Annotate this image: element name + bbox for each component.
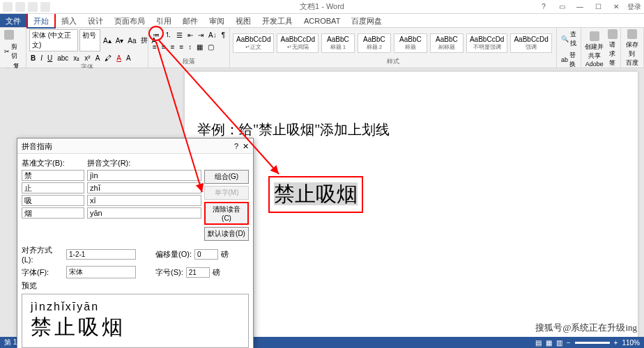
style-item-0[interactable]: AaBbCcDd↵正文 [233,33,274,53]
dialog-close-icon[interactable]: ✕ [243,139,249,153]
ruby-text-0[interactable] [87,170,201,181]
align-center-button[interactable]: ≡ [160,42,167,52]
zoom-level[interactable]: 110% [622,339,640,347]
tab-design[interactable]: 设计 [82,14,109,27]
tab-references[interactable]: 引用 [151,14,177,27]
style-item-7[interactable]: AaBbCcDd强调 [510,33,551,53]
style-item-4[interactable]: AaBbC标题 [394,33,427,53]
subscript-button[interactable]: x₂ [72,54,81,63]
preview-hanzi: 禁止吸烟 [31,313,240,342]
group-editing: 🔍 查找 ab 替换 ▭ 选择 编辑 [557,28,581,68]
login-link[interactable]: 登录 [627,2,641,12]
undo-icon[interactable] [28,2,38,12]
decrease-indent-button[interactable]: ⇤ [186,29,194,40]
minimize-icon[interactable]: — [573,3,587,10]
tab-baidu[interactable]: 百度网盘 [346,14,388,27]
clear-reading-button[interactable]: 清除读音(C) [204,202,249,225]
zoom-out-icon[interactable]: − [567,339,571,347]
paste-button[interactable] [3,29,15,40]
show-marks-button[interactable]: ¶ [220,29,227,40]
ribbon: ✂ 剪切 📋 复制 🖌 格式刷 剪贴板 宋体 (中文正文) 初号 A▴ A▾ A… [0,28,644,68]
strike-button[interactable]: abc [56,54,70,63]
offset-input[interactable]: 0 [194,249,218,260]
watermark: 搜狐号@系统正在升级ing [535,322,637,334]
highlight-button[interactable]: 🖍 [103,54,113,63]
border-button[interactable]: ▢ [206,42,215,52]
tab-home[interactable]: 开始 [26,13,56,29]
tab-developer[interactable]: 开发工具 [256,14,298,27]
base-text-3[interactable] [22,207,84,219]
default-reading-button[interactable]: 默认读音(D) [204,227,249,241]
single-button[interactable]: 单字(M) [204,186,249,200]
maximize-icon[interactable]: ☐ [591,3,605,10]
tab-file[interactable]: 文件 [0,14,26,27]
ribbon-options-icon[interactable]: ▭ [555,3,569,10]
font-size-select[interactable]: 初号 [79,29,100,52]
cut-button[interactable]: ✂ 剪切 [3,42,23,61]
base-text-1[interactable] [22,182,84,193]
preview-pinyin: jìnzhǐxīyān [31,300,240,313]
combine-button[interactable]: 组合(G) [204,170,249,184]
style-item-2[interactable]: AaBbC标题 1 [321,33,355,53]
font-select[interactable]: 宋体 [66,266,136,278]
underline-button[interactable]: U [46,54,54,63]
group-clipboard: ✂ 剪切 📋 复制 🖌 格式刷 剪贴板 [0,28,26,68]
base-text-0[interactable] [22,170,84,181]
font-name-select[interactable]: 宋体 (中文正文) [29,29,78,52]
char-shading-button[interactable]: A [125,54,132,63]
dialog-titlebar[interactable]: 拼音指南 ? ✕ [17,139,253,154]
bold-button[interactable]: B [29,54,37,63]
tab-review[interactable]: 审阅 [204,14,230,27]
shrink-font-button[interactable]: A▾ [114,29,125,52]
redo-icon[interactable] [40,2,50,12]
help-icon[interactable]: ? [537,3,551,10]
view-web-icon[interactable]: ▥ [556,339,562,347]
tab-mailings[interactable]: 邮件 [177,14,204,27]
dialog-title: 拼音指南 [22,139,52,153]
find-button[interactable]: 🔍 查找 [560,29,578,49]
font-color-button[interactable]: A [115,54,123,63]
justify-button[interactable]: ≡ [178,42,185,52]
phonetic-guide-button[interactable]: 拼 [139,29,149,52]
line-spacing-button[interactable]: ↕ [187,42,193,52]
base-text-2[interactable] [22,195,84,206]
replace-button[interactable]: ab 替换 [560,50,578,70]
bullets-button[interactable]: ≔ [151,29,161,40]
align-right-button[interactable]: ≡ [169,42,176,52]
italic-button[interactable]: I [39,54,44,63]
ruby-text-1[interactable] [87,182,201,193]
numbering-button[interactable]: ⒈ [163,29,173,40]
ruby-text-2[interactable] [87,195,201,206]
size-input[interactable]: 21 [186,267,210,278]
tab-layout[interactable]: 页面布局 [109,14,151,27]
view-read-icon[interactable]: ▦ [546,339,552,347]
align-label: 对齐方式(L): [22,245,63,264]
tab-insert[interactable]: 插入 [56,14,82,27]
sort-button[interactable]: A↓ [207,29,218,40]
multilevel-button[interactable]: ☰ [175,29,184,40]
grow-font-button[interactable]: A▴ [102,29,113,52]
close-icon[interactable]: ✕ [609,3,623,10]
increase-indent-button[interactable]: ⇥ [197,29,205,40]
size-label: 字号(S): [155,267,183,278]
tab-acrobat[interactable]: ACROBAT [298,14,346,27]
save-icon[interactable] [15,2,25,12]
zoom-slider[interactable] [575,342,610,344]
text-effects-button[interactable]: A [94,54,102,63]
superscript-button[interactable]: x² [83,54,91,63]
style-item-3[interactable]: AaBbC标题 2 [358,33,391,53]
change-case-button[interactable]: Aa [126,29,137,52]
tab-view[interactable]: 视图 [230,14,256,27]
offset-unit: 磅 [221,249,229,260]
style-item-1[interactable]: AaBbCcDd↵无间隔 [277,33,318,53]
dialog-help-icon[interactable]: ? [234,139,238,153]
style-item-5[interactable]: AaBbC副标题 [430,33,463,53]
style-item-6[interactable]: AaBbCcDd不明显强调 [466,33,507,53]
ruby-text-3[interactable] [87,207,201,219]
zoom-in-icon[interactable]: + [614,339,618,347]
view-print-icon[interactable]: ▤ [535,339,542,347]
align-select[interactable]: 1-2-1 [66,249,136,260]
group-paragraph: ≔ ⒈ ☰ ⇤ ⇥ A↓ ¶ ≡ ≡ ≡ ≡ ↕ ▦ ▢ 段落 [148,28,230,68]
shading-button[interactable]: ▦ [195,42,204,52]
align-left-button[interactable]: ≡ [151,42,158,52]
